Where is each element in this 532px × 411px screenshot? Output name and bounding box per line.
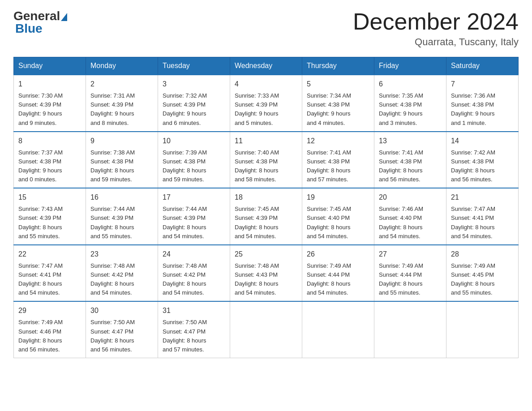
calendar-cell: [230, 301, 302, 358]
day-number: 10: [163, 136, 225, 146]
day-number: 20: [379, 192, 442, 203]
calendar-cell: 15Sunrise: 7:43 AMSunset: 4:39 PMDayligh…: [14, 188, 86, 245]
calendar-week-row: 8Sunrise: 7:37 AMSunset: 4:38 PMDaylight…: [14, 132, 519, 188]
calendar-cell: 19Sunrise: 7:45 AMSunset: 4:40 PMDayligh…: [302, 188, 374, 245]
day-info: Sunrise: 7:45 AMSunset: 4:39 PMDaylight:…: [235, 205, 297, 241]
day-info: Sunrise: 7:34 AMSunset: 4:38 PMDaylight:…: [307, 91, 369, 128]
day-number: 11: [235, 136, 297, 146]
day-number: 8: [18, 136, 81, 146]
calendar-header-thursday: Thursday: [302, 57, 374, 75]
day-info: Sunrise: 7:48 AMSunset: 4:42 PMDaylight:…: [90, 261, 153, 298]
day-number: 14: [451, 136, 514, 146]
calendar-cell: 13Sunrise: 7:41 AMSunset: 4:38 PMDayligh…: [374, 132, 446, 188]
calendar-cell: 27Sunrise: 7:49 AMSunset: 4:44 PMDayligh…: [374, 245, 446, 302]
day-number: 15: [18, 192, 81, 203]
calendar-week-row: 15Sunrise: 7:43 AMSunset: 4:39 PMDayligh…: [14, 188, 519, 245]
calendar-cell: 18Sunrise: 7:45 AMSunset: 4:39 PMDayligh…: [230, 188, 302, 245]
calendar-week-row: 22Sunrise: 7:47 AMSunset: 4:41 PMDayligh…: [14, 245, 519, 302]
calendar-cell: 20Sunrise: 7:46 AMSunset: 4:40 PMDayligh…: [374, 188, 446, 245]
location-subtitle: Quarrata, Tuscany, Italy: [353, 36, 519, 48]
day-info: Sunrise: 7:38 AMSunset: 4:38 PMDaylight:…: [90, 148, 153, 184]
day-info: Sunrise: 7:46 AMSunset: 4:40 PMDaylight:…: [379, 205, 442, 241]
day-info: Sunrise: 7:37 AMSunset: 4:38 PMDaylight:…: [18, 148, 81, 184]
day-info: Sunrise: 7:39 AMSunset: 4:38 PMDaylight:…: [163, 148, 225, 184]
day-number: 29: [18, 305, 81, 316]
calendar-cell: 6Sunrise: 7:35 AMSunset: 4:38 PMDaylight…: [374, 75, 446, 132]
calendar-cell: 7Sunrise: 7:36 AMSunset: 4:38 PMDaylight…: [446, 75, 519, 132]
day-number: 7: [451, 79, 514, 90]
day-info: Sunrise: 7:48 AMSunset: 4:42 PMDaylight:…: [163, 261, 225, 298]
month-title: December 2024: [353, 9, 519, 34]
logo-blue-text: Blue: [15, 21, 43, 35]
calendar-header-sunday: Sunday: [14, 57, 86, 75]
calendar-cell: 4Sunrise: 7:33 AMSunset: 4:39 PMDaylight…: [230, 75, 302, 132]
calendar-header-tuesday: Tuesday: [158, 57, 230, 75]
day-number: 19: [307, 192, 369, 203]
day-info: Sunrise: 7:35 AMSunset: 4:38 PMDaylight:…: [379, 91, 442, 128]
day-info: Sunrise: 7:50 AMSunset: 4:47 PMDaylight:…: [163, 318, 225, 354]
calendar-cell: 1Sunrise: 7:30 AMSunset: 4:39 PMDaylight…: [14, 75, 86, 132]
day-info: Sunrise: 7:44 AMSunset: 4:39 PMDaylight:…: [90, 205, 153, 241]
day-number: 2: [90, 79, 153, 90]
calendar-cell: 24Sunrise: 7:48 AMSunset: 4:42 PMDayligh…: [158, 245, 230, 302]
calendar-week-row: 29Sunrise: 7:49 AMSunset: 4:46 PMDayligh…: [14, 301, 519, 358]
calendar-cell: 31Sunrise: 7:50 AMSunset: 4:47 PMDayligh…: [158, 301, 230, 358]
calendar-header-monday: Monday: [86, 57, 158, 75]
day-number: 17: [163, 192, 225, 203]
calendar-cell: [446, 301, 519, 358]
calendar-cell: 17Sunrise: 7:44 AMSunset: 4:39 PMDayligh…: [158, 188, 230, 245]
calendar-table: SundayMondayTuesdayWednesdayThursdayFrid…: [13, 57, 519, 358]
calendar-week-row: 1Sunrise: 7:30 AMSunset: 4:39 PMDaylight…: [14, 75, 519, 132]
calendar-cell: 8Sunrise: 7:37 AMSunset: 4:38 PMDaylight…: [14, 132, 86, 188]
logo: General Blue: [13, 9, 68, 36]
calendar-cell: 29Sunrise: 7:49 AMSunset: 4:46 PMDayligh…: [14, 301, 86, 358]
day-number: 25: [235, 249, 297, 260]
calendar-cell: 5Sunrise: 7:34 AMSunset: 4:38 PMDaylight…: [302, 75, 374, 132]
day-number: 12: [307, 136, 369, 146]
day-number: 30: [90, 305, 153, 316]
day-info: Sunrise: 7:49 AMSunset: 4:44 PMDaylight:…: [307, 261, 369, 298]
calendar-cell: 28Sunrise: 7:49 AMSunset: 4:45 PMDayligh…: [446, 245, 519, 302]
day-info: Sunrise: 7:40 AMSunset: 4:38 PMDaylight:…: [235, 148, 297, 184]
calendar-cell: [374, 301, 446, 358]
day-info: Sunrise: 7:43 AMSunset: 4:39 PMDaylight:…: [18, 205, 81, 241]
day-info: Sunrise: 7:47 AMSunset: 4:41 PMDaylight:…: [451, 205, 514, 241]
calendar-cell: 21Sunrise: 7:47 AMSunset: 4:41 PMDayligh…: [446, 188, 519, 245]
day-number: 1: [18, 79, 81, 90]
day-number: 16: [90, 192, 153, 203]
day-info: Sunrise: 7:47 AMSunset: 4:41 PMDaylight:…: [18, 261, 81, 298]
day-info: Sunrise: 7:41 AMSunset: 4:38 PMDaylight:…: [307, 148, 369, 184]
day-number: 3: [163, 79, 225, 90]
day-info: Sunrise: 7:48 AMSunset: 4:43 PMDaylight:…: [235, 261, 297, 298]
calendar-cell: 26Sunrise: 7:49 AMSunset: 4:44 PMDayligh…: [302, 245, 374, 302]
day-number: 27: [379, 249, 442, 260]
calendar-cell: 14Sunrise: 7:42 AMSunset: 4:38 PMDayligh…: [446, 132, 519, 188]
day-info: Sunrise: 7:49 AMSunset: 4:45 PMDaylight:…: [451, 261, 514, 298]
day-info: Sunrise: 7:32 AMSunset: 4:39 PMDaylight:…: [163, 91, 225, 128]
page-header: General Blue December 2024 Quarrata, Tus…: [13, 9, 519, 48]
day-info: Sunrise: 7:42 AMSunset: 4:38 PMDaylight:…: [451, 148, 514, 184]
day-number: 9: [90, 136, 153, 146]
day-number: 22: [18, 249, 81, 260]
day-number: 6: [379, 79, 442, 90]
day-number: 21: [451, 192, 514, 203]
calendar-cell: 30Sunrise: 7:50 AMSunset: 4:47 PMDayligh…: [86, 301, 158, 358]
day-info: Sunrise: 7:36 AMSunset: 4:38 PMDaylight:…: [451, 91, 514, 128]
day-number: 13: [379, 136, 442, 146]
day-number: 24: [163, 249, 225, 260]
day-number: 5: [307, 79, 369, 90]
calendar-header-wednesday: Wednesday: [230, 57, 302, 75]
day-info: Sunrise: 7:33 AMSunset: 4:39 PMDaylight:…: [235, 91, 297, 128]
title-section: December 2024 Quarrata, Tuscany, Italy: [353, 9, 519, 48]
logo-triangle-icon: [61, 13, 67, 21]
day-number: 26: [307, 249, 369, 260]
calendar-cell: 11Sunrise: 7:40 AMSunset: 4:38 PMDayligh…: [230, 132, 302, 188]
calendar-cell: 10Sunrise: 7:39 AMSunset: 4:38 PMDayligh…: [158, 132, 230, 188]
day-info: Sunrise: 7:49 AMSunset: 4:46 PMDaylight:…: [18, 318, 81, 354]
day-info: Sunrise: 7:49 AMSunset: 4:44 PMDaylight:…: [379, 261, 442, 298]
day-number: 28: [451, 249, 514, 260]
calendar-cell: 22Sunrise: 7:47 AMSunset: 4:41 PMDayligh…: [14, 245, 86, 302]
day-info: Sunrise: 7:41 AMSunset: 4:38 PMDaylight:…: [379, 148, 442, 184]
calendar-cell: [302, 301, 374, 358]
calendar-header-row: SundayMondayTuesdayWednesdayThursdayFrid…: [14, 57, 519, 75]
